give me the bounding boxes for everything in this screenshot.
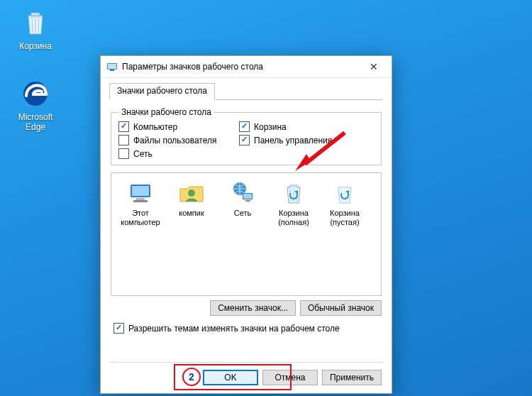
checkbox-icon: [113, 323, 124, 334]
checkbox-label: Компьютер: [133, 122, 177, 132]
change-icon-button[interactable]: Сменить значок...: [210, 300, 296, 316]
edge-icon: [18, 77, 52, 111]
titlebar[interactable]: Параметры значков рабочего стола ✕: [101, 56, 392, 78]
icon-preview-list: Этот компьютер компик: [111, 172, 382, 296]
svg-rect-13: [245, 200, 250, 202]
desktop-icons-group: Значки рабочего стола Компьютер Корзина …: [111, 107, 382, 165]
icon-item-user-folder[interactable]: компик: [167, 179, 216, 226]
icon-item-this-pc[interactable]: Этот компьютер: [116, 179, 165, 226]
icon-item-network[interactable]: Сеть: [218, 179, 267, 226]
svg-rect-7: [136, 198, 145, 200]
checkbox-label: Сеть: [133, 149, 153, 159]
icon-item-recycle-full[interactable]: Корзина (полная): [269, 179, 318, 226]
checkbox-label: Панель управления: [254, 136, 332, 145]
icon-item-recycle-empty[interactable]: Корзина (пустая): [320, 179, 370, 226]
svg-rect-3: [108, 64, 116, 69]
svg-rect-6: [132, 186, 149, 196]
desktop-icon-recycle-bin[interactable]: Корзина: [7, 6, 64, 51]
checkbox-icon: [118, 121, 129, 132]
apply-button[interactable]: Применить: [322, 370, 382, 385]
close-button[interactable]: ✕: [359, 57, 389, 77]
icon-item-label: компик: [167, 209, 216, 218]
svg-rect-0: [31, 13, 40, 16]
svg-rect-12: [243, 194, 252, 199]
checkbox-allow-themes[interactable]: Разрешить темам изменять значки на рабоч…: [113, 323, 383, 334]
svg-rect-4: [110, 70, 114, 71]
checkbox-label: Файлы пользователя: [133, 136, 216, 145]
checkbox-network[interactable]: Сеть: [118, 148, 239, 159]
icon-item-label: Корзина (пустая): [320, 209, 370, 226]
tab-row: Значки рабочего стола: [109, 82, 383, 100]
desktop-icon-edge[interactable]: Microsoft Edge: [7, 77, 64, 132]
recycle-full-icon: [279, 179, 308, 207]
svg-point-9: [188, 189, 195, 197]
checkbox-icon: [118, 135, 129, 145]
recycle-empty-icon: [331, 179, 359, 207]
desktop-icon-settings-dialog: Параметры значков рабочего стола ✕ Значк…: [100, 55, 392, 394]
computer-icon: [126, 179, 155, 207]
dialog-title: Параметры значков рабочего стола: [122, 62, 359, 72]
system-icon: [106, 61, 118, 72]
checkbox-computer[interactable]: Компьютер: [118, 121, 239, 132]
desktop-icon-label: Microsoft Edge: [7, 112, 64, 132]
checkbox-icon: [239, 135, 250, 145]
tab-desktop-icons[interactable]: Значки рабочего стола: [109, 83, 215, 100]
icon-item-label: Этот компьютер: [116, 209, 165, 226]
user-folder-icon: [177, 179, 206, 207]
checkbox-recycle-bin[interactable]: Корзина: [239, 121, 360, 132]
network-icon: [228, 179, 257, 207]
checkbox-control-panel[interactable]: Панель управления: [239, 135, 360, 145]
ok-button[interactable]: OK: [203, 370, 258, 385]
cancel-button[interactable]: Отмена: [262, 370, 318, 385]
dialog-button-bar: OK Отмена Применить: [109, 362, 383, 387]
checkbox-icon: [118, 148, 129, 159]
desktop-icon-label: Корзина: [7, 41, 64, 51]
checkbox-icon: [239, 121, 250, 132]
checkbox-label: Корзина: [254, 122, 287, 132]
svg-rect-8: [133, 200, 148, 202]
group-legend: Значки рабочего стола: [118, 107, 214, 117]
checkbox-label: Разрешить темам изменять значки на рабоч…: [128, 324, 340, 334]
icon-item-label: Корзина (полная): [269, 209, 318, 226]
recycle-bin-icon: [18, 6, 52, 40]
icon-item-label: Сеть: [218, 209, 267, 218]
default-icon-button[interactable]: Обычный значок: [300, 300, 382, 316]
close-icon: ✕: [370, 61, 378, 72]
checkbox-user-files[interactable]: Файлы пользователя: [118, 135, 239, 145]
